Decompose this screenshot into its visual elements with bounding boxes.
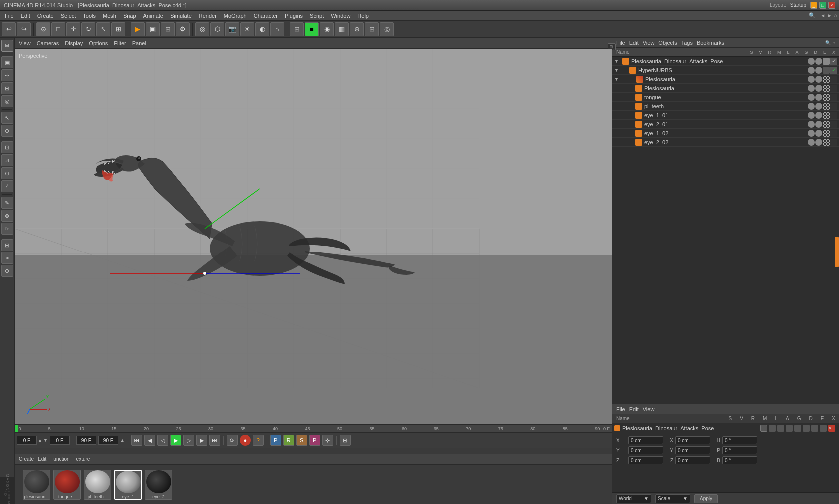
material-plesiosaur[interactable]: plesiosauri... — [23, 470, 50, 500]
viewport-view-menu[interactable]: View — [19, 40, 31, 46]
om-row-plesiosauria[interactable]: ▼ Plesiosauria — [612, 75, 839, 84]
mat-texture-menu[interactable]: Texture — [74, 456, 90, 462]
sculpt-button[interactable]: ⊛ — [1, 210, 13, 222]
viewport-panel-menu[interactable]: Panel — [132, 40, 146, 46]
nav-forward-icon[interactable]: ► — [827, 13, 832, 18]
render-all-button[interactable]: ⊞ — [161, 22, 175, 36]
point-mode-button[interactable]: ◎ — [1, 95, 13, 107]
am-x-pos-field[interactable]: 0 cm — [628, 436, 663, 444]
select-tool-button[interactable]: ↖ — [1, 112, 13, 124]
menu-tools[interactable]: Tools — [80, 12, 99, 20]
om-view-menu[interactable]: View — [643, 40, 655, 46]
loop-button[interactable]: ⟳ — [227, 435, 238, 446]
edge-mode-button[interactable]: ⊞ — [1, 82, 13, 94]
viewport-settings-button[interactable]: ⊞ — [290, 22, 304, 36]
nav-home-icon[interactable]: ⌂ — [834, 13, 837, 18]
menu-character[interactable]: Character — [251, 12, 281, 20]
multiview-button[interactable]: ⊞ — [365, 22, 379, 36]
am-y-pos-field[interactable]: 0 cm — [628, 446, 663, 454]
grab-button[interactable]: ☞ — [1, 223, 13, 235]
mat-function-menu[interactable]: Function — [50, 456, 69, 462]
menu-render[interactable]: Render — [196, 12, 220, 20]
snap-tool-button[interactable]: ⊕ — [1, 265, 13, 277]
minimize-button[interactable]: _ — [810, 2, 817, 9]
maximize-button[interactable]: □ — [819, 2, 826, 9]
render-active-button[interactable]: ▣ — [146, 22, 160, 36]
am-z2-pos-field[interactable]: 0 cm — [675, 456, 710, 464]
select-live-button[interactable]: ⊙ — [36, 22, 50, 36]
layer-button[interactable]: ⊟ — [1, 239, 13, 251]
am-world-select[interactable]: World ▼ — [616, 494, 651, 503]
menu-create[interactable]: Create — [34, 12, 57, 20]
current-frame-input[interactable] — [17, 436, 37, 445]
material-pl-teeth[interactable]: pl_teeth... — [84, 470, 111, 500]
shading-button[interactable]: ■ — [305, 22, 319, 36]
om-content[interactable]: Name SVRMLAGDEX ▼ Plesiosauria_Dinosaur_… — [612, 48, 839, 404]
om-row-scene[interactable]: ▼ Plesiosauria_Dinosaur_Attacks_Pose ✓ — [612, 57, 839, 66]
am-z-pos-field[interactable]: 0 cm — [628, 456, 663, 464]
am-b-field[interactable]: 0 ° — [722, 456, 757, 464]
viewport-cameras-menu[interactable]: Cameras — [37, 40, 59, 46]
frame-up-btn[interactable]: ▲ — [38, 438, 42, 443]
am-object-row[interactable]: Plesiosauria_Dinosaur_Attacks_Pose × — [612, 423, 839, 433]
om-row-eye201[interactable]: eye_2_01 — [612, 120, 839, 129]
material-eye1[interactable]: eye_1 — [114, 470, 142, 500]
menu-edit[interactable]: Edit — [18, 12, 33, 20]
object-button[interactable]: ⬡ — [210, 22, 224, 36]
am-delete-icon[interactable]: × — [828, 425, 835, 432]
right-scroll-indicator[interactable] — [835, 237, 839, 267]
preview-max-input[interactable] — [76, 436, 96, 445]
menu-animate[interactable]: Animate — [140, 12, 166, 20]
om-bookmarks-menu[interactable]: Bookmarks — [697, 40, 724, 46]
material-eye2[interactable]: eye_2 — [145, 470, 172, 500]
key-param-button[interactable]: P — [309, 435, 320, 446]
redo-button[interactable]: ↪ — [17, 22, 31, 36]
menu-file[interactable]: File — [2, 12, 17, 20]
menu-snap[interactable]: Snap — [120, 12, 139, 20]
om-row-eye202[interactable]: eye_2_02 — [612, 138, 839, 147]
close-button[interactable]: × — [828, 2, 835, 9]
menu-plugins[interactable]: Plugins — [282, 12, 306, 20]
om-row-hypernurbs[interactable]: ▼ HyperNURBS ✓ — [612, 66, 839, 75]
play-button[interactable]: ▶ — [170, 435, 181, 446]
deformer-button[interactable]: ⌂ — [270, 22, 284, 36]
viewport[interactable]: Perspective Y X Z — [15, 49, 612, 424]
om-tags-menu[interactable]: Tags — [681, 40, 693, 46]
key-scale-button[interactable]: S — [296, 435, 307, 446]
select-object-button[interactable]: □ — [51, 22, 65, 36]
menu-window[interactable]: Window — [328, 12, 353, 20]
tweak-button[interactable]: ≈ — [1, 252, 13, 264]
om-row-plesio-obj[interactable]: Plesiosauria — [612, 84, 839, 93]
om-objects-menu[interactable]: Objects — [658, 40, 677, 46]
key-point-button[interactable]: ⊹ — [322, 435, 333, 446]
goto-start-button[interactable]: ⏮ — [131, 435, 142, 446]
start-frame-input[interactable] — [50, 436, 70, 445]
live-select-button[interactable]: ⊙ — [1, 125, 13, 137]
om-row-tongue[interactable]: tongue — [612, 93, 839, 102]
menu-help[interactable]: Help — [354, 12, 372, 20]
menu-script[interactable]: Script — [307, 12, 327, 20]
end-frame-input[interactable] — [98, 436, 118, 445]
am-x2-pos-field[interactable]: 0 cm — [675, 436, 710, 444]
menu-select[interactable]: Select — [58, 12, 79, 20]
om-edit-menu[interactable]: Edit — [629, 40, 639, 46]
mat-edit-menu[interactable]: Edit — [38, 456, 46, 462]
am-view-menu[interactable]: View — [643, 406, 655, 412]
om-row-eye101[interactable]: eye_1_01 — [612, 111, 839, 120]
knife-button[interactable]: ∕ — [1, 180, 13, 192]
model-mode-button[interactable]: ▣ — [1, 56, 13, 68]
key-pos-button[interactable]: P — [270, 435, 281, 446]
am-h-field[interactable]: 0 ° — [722, 436, 757, 444]
viewport-display-menu[interactable]: Display — [65, 40, 83, 46]
move-button[interactable]: ✛ — [66, 22, 80, 36]
om-file-menu[interactable]: File — [616, 40, 625, 46]
menu-mograph[interactable]: MoGraph — [221, 12, 250, 20]
am-p-field[interactable]: 0 ° — [722, 446, 757, 454]
mesh-mode-button[interactable]: ⊹ — [1, 69, 13, 81]
paint-button[interactable]: ✎ — [1, 197, 13, 209]
am-apply-button[interactable]: Apply — [694, 494, 718, 503]
filter-button[interactable]: ▥ — [335, 22, 349, 36]
camera-button[interactable]: 📷 — [225, 22, 239, 36]
undo-button[interactable]: ↩ — [2, 22, 16, 36]
material-tongue[interactable]: tongue... — [53, 470, 81, 500]
